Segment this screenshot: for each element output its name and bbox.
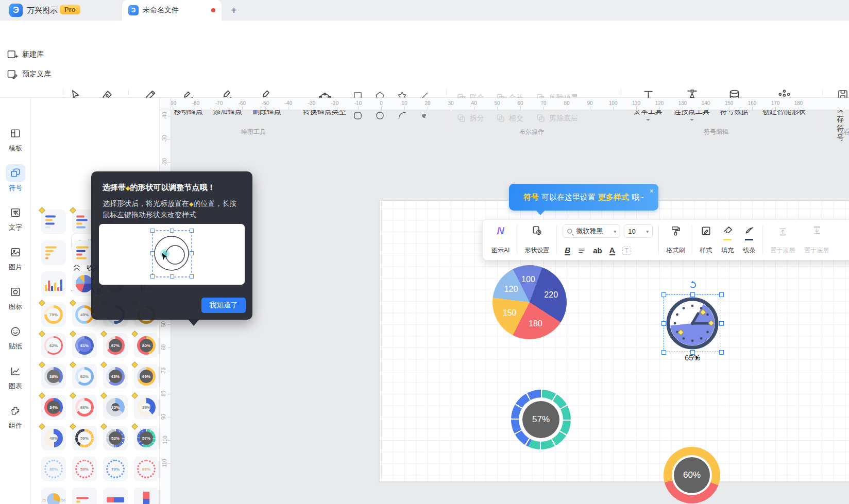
symbol-thumbnail[interactable]: 61% xyxy=(72,333,97,358)
symbol-thumbnail[interactable]: 66% xyxy=(72,395,97,420)
font-size-select[interactable]: 10▾ xyxy=(624,224,653,238)
symbol-thumbnail[interactable]: 34% xyxy=(41,395,66,420)
document-tab[interactable]: Э 未命名文件 xyxy=(122,0,222,21)
symbol-thumbnail[interactable] xyxy=(41,271,66,296)
sidebar-item-6[interactable]: 贴纸 xyxy=(0,323,31,351)
shape-arc-button[interactable] xyxy=(395,108,409,123)
symbol-thumbnail[interactable] xyxy=(103,488,128,504)
donut-chart-60[interactable]: 60% xyxy=(664,447,720,503)
symbol-thumbnail[interactable]: 50% xyxy=(72,457,97,481)
sidebar-item-3[interactable]: 文字 xyxy=(0,204,31,232)
symbol-thumbnail[interactable]: 59% xyxy=(72,426,97,450)
fill-button[interactable]: 填充 xyxy=(717,223,738,256)
symbol-thumbnail[interactable] xyxy=(41,240,66,265)
diamond-marker-icon xyxy=(70,207,76,214)
rotate-handle-icon[interactable] xyxy=(689,281,697,289)
symbol-thumbnail[interactable] xyxy=(72,488,97,504)
symbol-thumbnail[interactable]: 35% xyxy=(103,395,128,420)
symbol-thumbnail[interactable]: 52% xyxy=(103,426,128,450)
sidebar-item-7[interactable]: 图表 xyxy=(0,362,31,391)
predefined-library-button[interactable]: 预定义库 xyxy=(6,68,51,80)
font-controls: 微软雅黑▾ 10▾ B ab A T xyxy=(559,223,656,256)
sidebar-item-5[interactable]: 图标 xyxy=(0,283,31,311)
diamond-marker-icon xyxy=(100,331,107,337)
mouse-cursor-icon xyxy=(694,354,701,362)
font-family-select[interactable]: 微软雅黑▾ xyxy=(563,224,620,238)
group-label-save: 保存 xyxy=(813,128,849,136)
diamond-marker-icon xyxy=(39,361,45,368)
selection-handle[interactable] xyxy=(719,350,724,355)
selection-handle[interactable] xyxy=(661,350,666,355)
symbol-thumbnail[interactable]: 67% xyxy=(103,333,128,358)
selection-handle[interactable] xyxy=(719,292,724,297)
symbol-thumbnail[interactable]: 25 50 xyxy=(41,488,66,504)
pro-badge: Pro xyxy=(60,5,80,14)
underline-button[interactable]: A xyxy=(609,246,615,255)
guide-illustration xyxy=(99,224,245,285)
shape-spiral-button[interactable] xyxy=(417,108,431,123)
bring-to-front-button[interactable]: 置于顶层 xyxy=(766,223,800,256)
strikethrough-button[interactable]: ab xyxy=(593,246,602,255)
diamond-marker-icon xyxy=(70,331,76,337)
symbol-thumbnail[interactable]: 60% xyxy=(134,457,159,481)
symbol-thumbnail[interactable]: 80% xyxy=(41,457,66,481)
sidebar-item-2[interactable]: 符号 xyxy=(0,164,31,193)
donut60-label: 60% xyxy=(674,457,710,493)
line-button[interactable]: 线条 xyxy=(738,223,760,256)
symbol-thumbnail[interactable]: 75% xyxy=(41,302,66,327)
group-label-draw-tools: 绘图工具 xyxy=(223,128,284,136)
diamond-marker-icon xyxy=(100,361,107,368)
shape-circ-button[interactable] xyxy=(372,108,387,123)
pie-chart-shape[interactable]: 220180150120100 xyxy=(493,265,567,339)
align-button[interactable] xyxy=(578,247,586,255)
send-to-back-button[interactable]: 置于底层 xyxy=(800,223,834,256)
new-library-button[interactable]: 新建库 xyxy=(6,48,44,61)
ai-diagram-button[interactable]: N图示AI xyxy=(487,223,514,256)
shape-settings-button[interactable]: 形状设置 xyxy=(520,223,554,256)
pie-slice-label: 150 xyxy=(503,308,517,318)
bold-button[interactable]: B xyxy=(565,246,570,255)
bool-op-6: 剪除底层 xyxy=(536,113,578,123)
clock-gauge-shape[interactable] xyxy=(666,297,719,350)
search-icon xyxy=(568,229,573,234)
symbol-thumbnail[interactable] xyxy=(41,210,66,234)
app-logo-icon: Э xyxy=(9,4,23,17)
app-name: 万兴图示 xyxy=(27,6,58,15)
diamond-marker-icon xyxy=(131,392,138,399)
hint-bubble: 符号 可以在这里设置 更多样式 哦~ × xyxy=(509,184,658,211)
text-box-button[interactable]: T xyxy=(622,247,631,255)
symbol-thumbnail[interactable]: 62% xyxy=(41,333,66,358)
pie-slice-label: 180 xyxy=(529,319,542,328)
group-label-bool: 布尔操作 xyxy=(501,128,563,136)
symbol-thumbnail[interactable]: 80% xyxy=(134,333,159,358)
donut-chart-57[interactable]: 57% xyxy=(511,390,571,449)
symbol-thumbnail[interactable]: 62% xyxy=(72,364,97,389)
symbol-thumbnail[interactable]: 70% xyxy=(103,457,128,481)
sidebar-item-4[interactable]: 图片 xyxy=(0,244,31,272)
symbol-thumbnail[interactable] xyxy=(134,488,159,504)
got-it-button[interactable]: 我知道了 xyxy=(201,298,246,313)
predefined-library-icon xyxy=(6,68,19,80)
horizontal-ruler: -90-80-70-60-50-40-30-20-100102030405060… xyxy=(171,98,849,110)
diamond-marker-icon xyxy=(131,331,138,337)
ruler-corner xyxy=(160,98,171,110)
selection-handle[interactable] xyxy=(719,321,724,326)
diamond-marker-icon xyxy=(70,300,76,306)
bool-op-4: 拆分 xyxy=(456,113,484,123)
symbol-thumbnail[interactable]: 49% xyxy=(41,426,66,450)
style-button[interactable]: 样式 xyxy=(695,223,717,256)
symbol-thumbnail[interactable]: 57% xyxy=(134,426,159,450)
sidebar-item-8[interactable]: 组件 xyxy=(0,402,31,430)
bool-op-5: 相交 xyxy=(496,113,523,123)
shape-rsq-button[interactable] xyxy=(350,108,365,123)
new-tab-button[interactable]: + xyxy=(228,4,240,16)
format-painter-button[interactable]: 格式刷 xyxy=(661,223,689,256)
symbol-thumbnail[interactable]: 38% xyxy=(41,364,66,389)
diamond-marker-icon xyxy=(70,423,76,430)
symbol-thumbnail[interactable]: 69% xyxy=(134,364,159,389)
symbol-thumbnail[interactable]: 39% xyxy=(134,395,159,420)
sidebar-item-1[interactable]: 模板 xyxy=(0,125,31,153)
diamond-marker-icon xyxy=(39,331,45,337)
bubble-close-icon[interactable]: × xyxy=(650,187,654,195)
symbol-thumbnail[interactable]: 63% xyxy=(103,364,128,389)
